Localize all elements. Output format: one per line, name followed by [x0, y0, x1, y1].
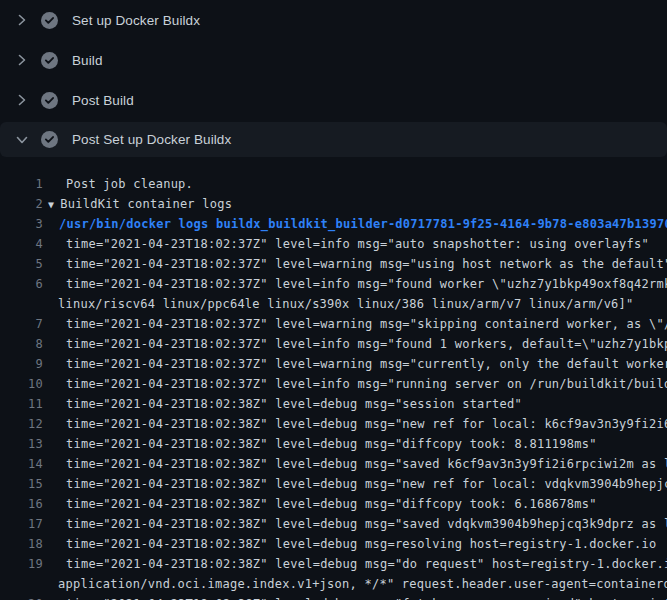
log-line: 2 ▼BuildKit container logs	[0, 194, 667, 214]
check-circle-icon	[41, 12, 58, 29]
line-text: time="2021-04-23T18:02:38Z" level=debug …	[66, 434, 597, 454]
line-text: time="2021-04-23T18:02:37Z" level=warnin…	[66, 254, 667, 274]
line-text: time="2021-04-23T18:02:38Z" level=debug …	[66, 534, 657, 554]
line-text: time="2021-04-23T18:02:38Z" level=debug …	[66, 394, 522, 414]
chevron-right-icon	[16, 92, 28, 108]
log-line: 18 time="2021-04-23T18:02:38Z" level=deb…	[0, 534, 667, 554]
step-row[interactable]: Post Build	[0, 80, 667, 120]
line-text: time="2021-04-23T18:02:37Z" level=info m…	[66, 374, 667, 394]
line-text: time="2021-04-23T18:02:37Z" level=warnin…	[66, 314, 667, 334]
log-line: 10 time="2021-04-23T18:02:37Z" level=inf…	[0, 374, 667, 394]
log-line: 16 time="2021-04-23T18:02:38Z" level=deb…	[0, 494, 667, 514]
line-number[interactable]: 12	[0, 414, 43, 434]
log-line: 4 time="2021-04-23T18:02:37Z" level=info…	[0, 234, 667, 254]
line-text: ▼BuildKit container logs	[48, 194, 232, 214]
line-number[interactable]: 2	[0, 194, 43, 214]
group-title: BuildKit container logs	[60, 197, 232, 211]
line-text: time="2021-04-23T18:02:38Z" level=debug …	[66, 454, 667, 474]
log-line: 20 time="2021-04-23T18:02:38Z" level=deb…	[0, 594, 667, 600]
line-text: time="2021-04-23T18:02:37Z" level=info m…	[66, 274, 667, 294]
line-text: time="2021-04-23T18:02:38Z" level=debug …	[66, 514, 667, 534]
step-row[interactable]: Post Set up Docker Buildx	[0, 122, 667, 157]
line-text: time="2021-04-23T18:02:38Z" level=debug …	[66, 594, 667, 600]
chevron-down-icon	[16, 132, 28, 148]
line-text: time="2021-04-23T18:02:38Z" level=debug …	[66, 414, 667, 434]
line-number[interactable]: 14	[0, 454, 43, 474]
log-line: 11 time="2021-04-23T18:02:38Z" level=deb…	[0, 394, 667, 414]
step-label: Set up Docker Buildx	[72, 13, 200, 28]
log-line: linux/riscv64 linux/ppc64le linux/s390x …	[0, 294, 667, 314]
log-panel: 1 Post job cleanup. 2 ▼BuildKit containe…	[0, 160, 667, 600]
log-line: 3 /usr/bin/docker logs buildx_buildkit_b…	[0, 214, 667, 234]
log-line: 8 time="2021-04-23T18:02:37Z" level=info…	[0, 334, 667, 354]
line-number[interactable]: 10	[0, 374, 43, 394]
step-row[interactable]: Build	[0, 40, 667, 80]
step-label: Post Set up Docker Buildx	[72, 132, 231, 147]
log-line: 12 time="2021-04-23T18:02:38Z" level=deb…	[0, 414, 667, 434]
chevron-right-icon	[16, 52, 28, 68]
line-number[interactable]: 13	[0, 434, 43, 454]
log-line: 1 Post job cleanup.	[0, 174, 667, 194]
line-number[interactable]: 3	[0, 214, 43, 234]
group-toggle-arrow-icon[interactable]: ▼	[48, 199, 54, 210]
line-text: linux/riscv64 linux/ppc64le linux/s390x …	[58, 294, 634, 314]
check-circle-icon	[41, 52, 58, 69]
log-line: 5 time="2021-04-23T18:02:37Z" level=warn…	[0, 254, 667, 274]
line-number[interactable]: 9	[0, 354, 43, 374]
check-circle-icon	[41, 92, 58, 109]
log-line: 15 time="2021-04-23T18:02:38Z" level=deb…	[0, 474, 667, 494]
steps-list: Set up Docker Buildx Build Post Buil	[0, 0, 667, 157]
line-number[interactable]: 17	[0, 514, 43, 534]
log-line: 14 time="2021-04-23T18:02:38Z" level=deb…	[0, 454, 667, 474]
line-text: application/vnd.oci.image.index.v1+json,…	[58, 574, 667, 594]
line-text: Post job cleanup.	[66, 174, 193, 194]
line-number[interactable]: 20	[0, 594, 43, 600]
check-circle-icon	[41, 131, 58, 148]
log-line: 13 time="2021-04-23T18:02:38Z" level=deb…	[0, 434, 667, 454]
step-row[interactable]: Set up Docker Buildx	[0, 0, 667, 40]
chevron-right-icon	[16, 12, 28, 28]
line-number[interactable]: 7	[0, 314, 43, 334]
line-number[interactable]: 18	[0, 534, 43, 554]
log-line: 19 time="2021-04-23T18:02:38Z" level=deb…	[0, 554, 667, 574]
step-label: Post Build	[72, 93, 134, 108]
line-number[interactable]: 15	[0, 474, 43, 494]
line-number[interactable]: 5	[0, 254, 43, 274]
line-number[interactable]: 11	[0, 394, 43, 414]
line-number[interactable]: 1	[0, 174, 43, 194]
line-text: time="2021-04-23T18:02:38Z" level=debug …	[66, 474, 667, 494]
line-number[interactable]: 4	[0, 234, 43, 254]
log-line: 6 time="2021-04-23T18:02:37Z" level=info…	[0, 274, 667, 294]
line-text: time="2021-04-23T18:02:37Z" level=warnin…	[66, 354, 667, 374]
line-number[interactable]: 8	[0, 334, 43, 354]
line-number	[0, 294, 43, 314]
line-number[interactable]: 19	[0, 554, 43, 574]
log-line: application/vnd.oci.image.index.v1+json,…	[0, 574, 667, 594]
line-text: /usr/bin/docker logs buildx_buildkit_bui…	[59, 214, 667, 234]
line-text: time="2021-04-23T18:02:38Z" level=debug …	[66, 494, 597, 514]
line-number[interactable]: 16	[0, 494, 43, 514]
line-text: time="2021-04-23T18:02:38Z" level=debug …	[66, 554, 667, 574]
step-label: Build	[72, 53, 103, 68]
log-line: 9 time="2021-04-23T18:02:37Z" level=warn…	[0, 354, 667, 374]
line-text: time="2021-04-23T18:02:37Z" level=info m…	[66, 234, 649, 254]
log-line: 7 time="2021-04-23T18:02:37Z" level=warn…	[0, 314, 667, 334]
log-line: 17 time="2021-04-23T18:02:38Z" level=deb…	[0, 514, 667, 534]
line-text: time="2021-04-23T18:02:37Z" level=info m…	[66, 334, 667, 354]
line-number[interactable]: 6	[0, 274, 43, 294]
line-number	[0, 574, 43, 594]
